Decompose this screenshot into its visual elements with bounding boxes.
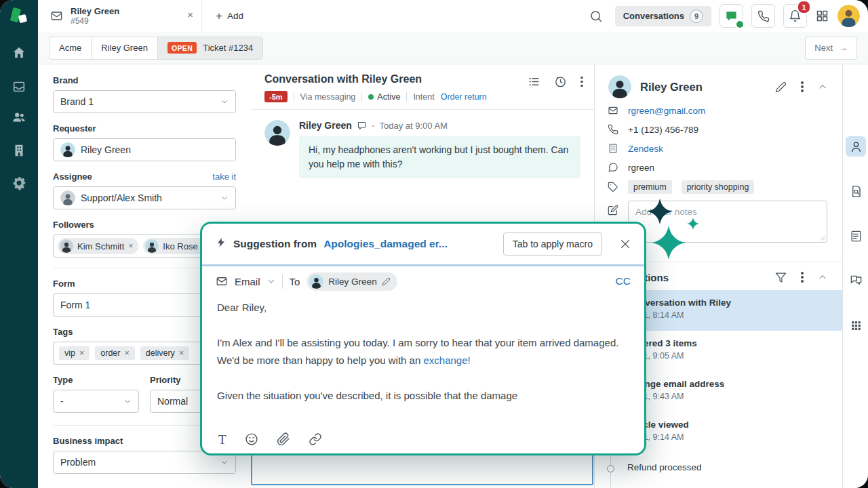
user-menu-icon[interactable] [801, 81, 804, 93]
customers-icon[interactable] [9, 108, 28, 127]
interaction-title: Change email address [627, 379, 831, 389]
take-it-link[interactable]: take it [212, 171, 236, 182]
tab-close-icon[interactable]: × [187, 9, 193, 20]
customer-name: Riley Green [640, 81, 703, 94]
draft-paragraph: I'm Alex and I'll be assisting you today… [217, 334, 629, 369]
tag-icon [607, 182, 618, 192]
requester-label: Requester [53, 123, 236, 134]
interactions-menu-icon[interactable] [801, 271, 804, 283]
tag-chip[interactable]: vip× [59, 346, 90, 360]
composer-toolbar: T [202, 425, 644, 453]
message-author: Riley Green [299, 120, 352, 131]
breadcrumb-ticket[interactable]: OPEN Ticket #1234 [158, 37, 262, 59]
notifications-button[interactable]: 1 [783, 4, 807, 28]
emoji-icon[interactable] [245, 432, 258, 446]
apply-macro-button[interactable]: Tab to apply macro [503, 232, 602, 256]
remove-tag-icon[interactable]: × [79, 348, 84, 358]
tag-name: order [100, 348, 120, 358]
tag-chip[interactable]: order× [95, 346, 135, 360]
chevron-down-icon [220, 194, 229, 202]
breadcrumb-bar: Acme Riley Green OPEN Ticket #1234 Next … [38, 32, 868, 64]
close-icon[interactable] [620, 239, 631, 249]
tag-chip[interactable]: delivery× [140, 346, 189, 360]
next-button[interactable]: Next → [805, 37, 857, 60]
user-tag-chip[interactable]: premium [628, 180, 672, 194]
recipient-name: Riley Green [328, 277, 376, 287]
chevron-down-icon [220, 98, 229, 106]
phone-button[interactable] [751, 4, 775, 28]
customer-tab-icon[interactable] [846, 136, 866, 157]
edit-recipient-icon[interactable] [382, 277, 391, 286]
plus-icon: + [216, 10, 222, 22]
search-icon[interactable] [589, 9, 603, 23]
interaction-time: Jun 1, 8:14 AM [627, 310, 831, 320]
conversation-log-icon[interactable] [528, 75, 540, 88]
customer-organization[interactable]: Zendesk [628, 144, 663, 154]
top-bar: Riley Green #549 × + Add Conversations 9 [38, 0, 868, 33]
exchange-link[interactable]: exchange! [423, 354, 470, 366]
email-draft-body[interactable]: Dear Riley, I'm Alex and I'll be assisti… [202, 296, 644, 425]
admin-settings-icon[interactable] [9, 174, 28, 192]
breadcrumb-org[interactable]: Acme [50, 37, 92, 59]
assignee-select[interactable]: Support/Alex Smith [53, 186, 236, 209]
follower-avatar [60, 239, 73, 253]
conversation-menu-icon[interactable] [580, 76, 583, 88]
macro-name-link[interactable]: Apologies_damaged er... [323, 238, 448, 250]
remove-tag-icon[interactable]: × [179, 348, 184, 358]
remove-follower-icon[interactable]: × [128, 241, 133, 251]
knowledge-tab-icon[interactable] [846, 181, 866, 201]
filter-icon[interactable] [775, 272, 787, 283]
suggestion-title: Suggestion from [233, 238, 317, 250]
organizations-icon[interactable] [9, 141, 28, 160]
home-icon[interactable] [9, 43, 28, 62]
ticket-fields-tab-icon[interactable] [846, 226, 866, 246]
type-value: - [60, 396, 64, 407]
views-inbox-icon[interactable] [9, 77, 28, 96]
requester-field[interactable]: Riley Green [53, 138, 236, 161]
interaction-time: Jun 1, 9:43 AM [627, 392, 831, 401]
user-avatar[interactable] [837, 5, 860, 27]
remove-tag-icon[interactable]: × [124, 348, 129, 358]
add-tab-button[interactable]: + Add [216, 10, 243, 22]
collapse-chevron-icon[interactable] [818, 272, 827, 282]
brand-logo[interactable] [9, 7, 30, 27]
sla-badge: -5m [264, 91, 288, 102]
intent-value-link[interactable]: Order return [441, 92, 487, 102]
apps-grid-icon[interactable] [815, 9, 829, 23]
cc-button[interactable]: CC [616, 275, 631, 287]
ticket-tab[interactable]: Riley Green #549 × [38, 0, 202, 32]
customer-avatar [608, 75, 631, 98]
conversations-tab-icon[interactable] [846, 270, 866, 291]
channel-select[interactable]: Email [235, 276, 260, 287]
status-badge: OPEN [167, 42, 197, 54]
follower-chip[interactable]: Kim Schmitt × [58, 238, 138, 254]
type-label: Type [53, 375, 139, 385]
interaction-title: Refund processed [627, 462, 831, 472]
link-icon[interactable] [309, 432, 322, 446]
brand-select[interactable]: Brand 1 [53, 90, 236, 113]
chevron-down-icon[interactable] [267, 277, 275, 285]
timeline-dot [607, 465, 614, 472]
apps-tab-icon[interactable] [846, 315, 866, 336]
lightning-icon [216, 237, 226, 251]
history-icon[interactable] [554, 75, 567, 88]
chat-button[interactable] [719, 4, 743, 28]
separator [361, 92, 362, 102]
attachment-icon[interactable] [277, 432, 290, 446]
customer-phone[interactable]: +1 (123) 456-789 [628, 125, 698, 135]
text-format-icon[interactable]: T [218, 433, 226, 446]
customer-email[interactable]: rgreen@gmail.com [628, 106, 705, 116]
breadcrumb-person[interactable]: Riley Green [92, 37, 158, 59]
resize-handle[interactable] [820, 235, 825, 241]
conversations-button[interactable]: Conversations 9 [615, 6, 711, 26]
recipient-chip[interactable]: Riley Green [307, 272, 397, 291]
edit-user-icon[interactable] [775, 81, 787, 93]
message-time: Today at 9:00 AM [380, 121, 448, 131]
interaction-title: Ordered 3 items [627, 338, 831, 348]
type-select[interactable]: - [53, 390, 139, 413]
intent-label: Intent [413, 92, 434, 102]
conversations-label: Conversations [623, 11, 684, 21]
interaction-item[interactable]: Refund processed [595, 453, 842, 488]
collapse-chevron-icon[interactable] [818, 82, 827, 92]
user-tag-chip[interactable]: priority shopping [682, 180, 755, 194]
